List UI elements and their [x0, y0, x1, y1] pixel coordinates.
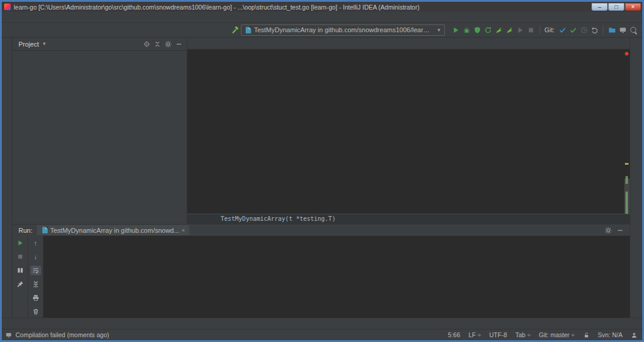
idea-window: learn-go [C:\Users\Administrator\go\src\… [0, 0, 644, 342]
soft-wrap-button[interactable] [30, 266, 41, 275]
search-icon [630, 27, 636, 33]
run-console[interactable] [44, 236, 630, 318]
svn-widget[interactable]: Svn: N/A [598, 331, 623, 338]
window-title: learn-go [C:\Users\Administrator\go\src\… [14, 4, 591, 11]
run-tab-label: TestMyDynamicArray in github.com/snowd..… [50, 227, 179, 234]
right-toolwindow-stripe [630, 38, 642, 318]
git-branch-widget[interactable]: Git: master [539, 331, 575, 338]
git-history-button[interactable] [578, 24, 589, 35]
readonly-lock-icon[interactable] [583, 332, 590, 338]
project-panel-header: Project ▼ [13, 38, 187, 51]
stop-button[interactable] [526, 24, 537, 35]
error-stripe-error-mark [625, 52, 628, 56]
run-configuration-select[interactable]: TestMyDynamicArray in github.com/snowdre… [241, 24, 445, 36]
caret-position-widget[interactable]: 5:66 [448, 331, 460, 338]
chevron-down-icon: ▼ [436, 27, 441, 33]
jrebel-run-button[interactable] [494, 24, 504, 35]
run-toolbar-secondary: ↑ ↓ [28, 236, 44, 318]
error-stripe-warning-mark [625, 163, 628, 165]
menu-bar [2, 12, 642, 23]
hector-inspections-icon[interactable] [631, 332, 637, 338]
clear-console-button[interactable] [30, 307, 41, 316]
line-ending-widget[interactable]: LF [469, 331, 481, 338]
hide-panel-button[interactable] [174, 39, 184, 49]
run-button[interactable] [451, 24, 462, 35]
rerun-button[interactable] [15, 238, 26, 248]
editor-context-line: TestMyDynamicArray(t *testing.T) [187, 214, 630, 224]
run-tab[interactable]: TestMyDynamicArray in github.com/snowd..… [37, 225, 189, 235]
minimize-button[interactable]: – [592, 3, 608, 11]
maximize-button[interactable]: □ [608, 3, 624, 11]
status-bar: Compilation failed (moments ago) 5:66 LF… [2, 329, 642, 340]
git-commit-button[interactable] [568, 24, 578, 35]
scroll-to-end-button[interactable] [30, 279, 41, 289]
test-tree-button[interactable] [15, 266, 26, 275]
run-tool-window: Run: TestMyDynamicArray in github.com/sn… [13, 224, 630, 318]
editor-tabs [187, 38, 630, 50]
indent-widget[interactable]: Tab [515, 331, 530, 338]
debug-button[interactable] [462, 24, 472, 35]
go-test-icon [246, 27, 251, 33]
toolwindow-bar [2, 318, 642, 329]
intellij-logo-icon [4, 4, 11, 10]
locate-file-button[interactable] [141, 39, 152, 49]
close-icon[interactable]: × [182, 227, 185, 233]
git-update-button[interactable] [557, 24, 568, 35]
down-stack-trace-button[interactable]: ↓ [30, 252, 41, 261]
window-switcher-icon[interactable] [617, 24, 628, 35]
git-rollback-button[interactable] [589, 24, 600, 35]
profiler-button[interactable] [483, 24, 494, 35]
attach-to-process-button[interactable] [515, 24, 526, 35]
run-toolbar-primary [13, 236, 28, 318]
stop-process-button[interactable] [15, 252, 26, 261]
encoding-widget[interactable]: UTF-8 [490, 331, 507, 338]
close-button[interactable]: × [625, 3, 641, 11]
left-toolwindow-stripe [2, 38, 13, 318]
run-settings-gear-icon[interactable] [602, 226, 614, 235]
hide-run-panel-button[interactable] [614, 226, 626, 235]
run-configuration-label: TestMyDynamicArray in github.com/snowdre… [254, 26, 433, 33]
search-everywhere-button[interactable] [628, 24, 639, 35]
chevron-down-icon: ▼ [42, 41, 47, 47]
up-stack-trace-button[interactable]: ↑ [30, 238, 41, 248]
status-message[interactable]: Compilation failed (moments ago) [16, 331, 109, 338]
project-panel-title: Project [18, 41, 39, 48]
print-button[interactable] [30, 293, 41, 303]
collapse-all-button[interactable] [152, 39, 163, 49]
editor-zone: TestMyDynamicArray(t *testing.T) [187, 38, 630, 224]
jrebel-debug-button[interactable] [504, 24, 515, 35]
project-tree [13, 51, 187, 224]
go-test-icon [42, 227, 48, 233]
error-stripe [624, 50, 630, 214]
settings-gear-icon[interactable] [163, 39, 174, 49]
run-panel-label: Run: [18, 227, 32, 234]
code-editor[interactable] [187, 50, 630, 214]
navigation-bar: TestMyDynamicArray in github.com/snowdre… [2, 23, 642, 38]
git-label: Git: [544, 26, 555, 33]
run-with-coverage-button[interactable] [472, 24, 483, 35]
toggle-toolwindows-icon[interactable] [5, 332, 12, 338]
pin-tab-button[interactable] [15, 279, 26, 289]
project-folder-icon[interactable] [606, 24, 617, 35]
run-panel-header: Run: TestMyDynamicArray in github.com/sn… [13, 224, 630, 236]
project-tool-window: Project ▼ [13, 38, 187, 224]
build-hammer-icon[interactable] [230, 24, 241, 35]
editor-scrollbar-thumb[interactable] [624, 178, 630, 214]
title-bar: learn-go [C:\Users\Administrator\go\src\… [2, 2, 642, 12]
